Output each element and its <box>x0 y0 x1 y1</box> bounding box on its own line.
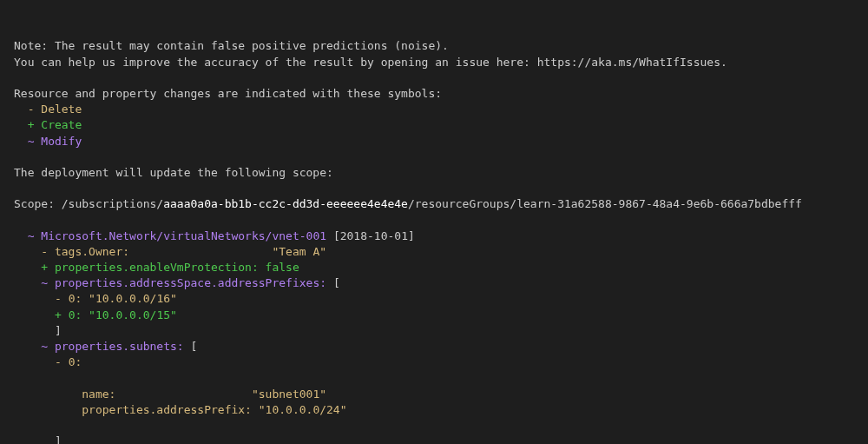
create-symbol: + <box>28 118 35 131</box>
scope-prefix: Scope: /subscriptions/ <box>14 197 163 210</box>
tags-owner-value: "Team A" <box>272 245 326 258</box>
subnet-addr-value: "10.0.0.0/24" <box>259 403 347 416</box>
addr-prefixes-key: properties.addressSpace.addressPrefixes: <box>55 276 326 289</box>
addr-old-sym: - <box>55 292 62 305</box>
tags-owner-key: tags.Owner: <box>55 245 129 258</box>
addr-prefixes-bracket: [ <box>333 276 340 289</box>
close-bracket-2: ] <box>55 434 62 444</box>
close-bracket-1: ] <box>55 324 62 337</box>
subnets-key: properties.subnets: <box>55 340 184 353</box>
enable-vm-key: properties.enableVmProtection: <box>55 261 259 274</box>
subnet-idx: 0: <box>69 355 82 368</box>
subnet-idx-sym: - <box>55 355 62 368</box>
resource-path: Microsoft.Network/virtualNetworks/vnet-0… <box>41 229 326 242</box>
help-line: You can help us improve the accuracy of … <box>14 56 727 69</box>
addr-new-idx: 0: <box>69 308 82 321</box>
tags-owner-sym: - <box>41 245 48 258</box>
subnet-addr-key: properties.addressPrefix: <box>82 403 252 416</box>
delete-symbol: - <box>28 103 35 116</box>
subnets-bracket: [ <box>191 340 198 353</box>
addr-new-value: "10.0.0.0/15" <box>89 308 177 321</box>
resource-version: [2018-10-01] <box>333 229 415 242</box>
delete-label: Delete <box>41 103 82 116</box>
changes-header: Resource and property changes are indica… <box>14 87 442 100</box>
subnet-name-key: name: <box>82 388 115 401</box>
addr-new-sym: + <box>55 308 62 321</box>
subnets-sym: ~ <box>41 340 48 353</box>
subscription-id: aaaa0a0a-bb1b-cc2c-dd3d-eeeeee4e4e4e <box>163 197 408 210</box>
addr-prefixes-sym: ~ <box>41 276 48 289</box>
addr-old-idx: 0: <box>69 292 82 305</box>
note-line: Note: The result may contain false posit… <box>14 39 449 52</box>
subnet-name-value: "subnet001" <box>252 388 326 401</box>
deployment-text: The deployment will update the following… <box>14 166 333 179</box>
resource-symbol: ~ <box>28 229 35 242</box>
modify-symbol: ~ <box>28 135 35 148</box>
scope-suffix: /resourceGroups/learn-31a62588-9867-48a4… <box>408 197 802 210</box>
enable-vm-sym: + <box>41 261 48 274</box>
addr-old-value: "10.0.0.0/16" <box>89 292 177 305</box>
enable-vm-value: false <box>266 261 299 274</box>
modify-label: Modify <box>41 135 82 148</box>
create-label: Create <box>41 118 82 131</box>
